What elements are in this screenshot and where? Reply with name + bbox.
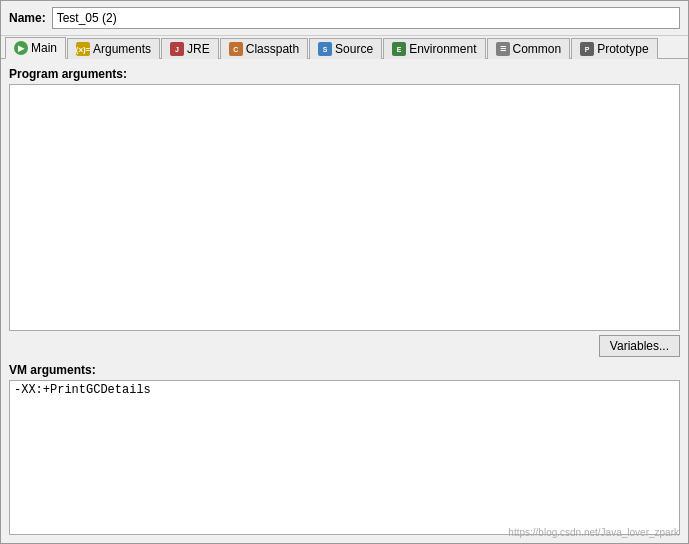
jre-icon: J xyxy=(170,42,184,56)
source-icon: S xyxy=(318,42,332,56)
tab-environment[interactable]: E Environment xyxy=(383,38,485,59)
tabs-row: ▶ Main (x)= Arguments J JRE C Classpath xyxy=(1,36,688,59)
common-icon: ☰ xyxy=(496,42,510,56)
name-label: Name: xyxy=(9,11,46,25)
program-args-section: Program arguments: Variables... xyxy=(9,67,680,357)
name-row: Name: xyxy=(1,1,688,36)
program-args-textarea[interactable] xyxy=(9,84,680,331)
tab-environment-label: Environment xyxy=(409,42,476,56)
variables-button[interactable]: Variables... xyxy=(599,335,680,357)
vm-args-textarea[interactable] xyxy=(9,380,680,535)
main-window: Name: ▶ Main (x)= Arguments J JRE xyxy=(0,0,689,544)
tab-source[interactable]: S Source xyxy=(309,38,382,59)
name-input[interactable] xyxy=(52,7,680,29)
tab-prototype-label: Prototype xyxy=(597,42,648,56)
prototype-icon: P xyxy=(580,42,594,56)
tab-classpath[interactable]: C Classpath xyxy=(220,38,308,59)
main-icon: ▶ xyxy=(14,41,28,55)
program-args-label: Program arguments: xyxy=(9,67,680,81)
variables-btn-row: Variables... xyxy=(9,335,680,357)
tab-main-label: Main xyxy=(31,41,57,55)
tab-classpath-label: Classpath xyxy=(246,42,299,56)
vm-args-section: VM arguments: xyxy=(9,363,680,535)
classpath-icon: C xyxy=(229,42,243,56)
vm-args-label: VM arguments: xyxy=(9,363,680,377)
arguments-icon: (x)= xyxy=(76,42,90,56)
tab-prototype[interactable]: P Prototype xyxy=(571,38,657,59)
tab-common-label: Common xyxy=(513,42,562,56)
tab-arguments[interactable]: (x)= Arguments xyxy=(67,38,160,59)
content-area: Program arguments: Variables... VM argum… xyxy=(1,59,688,543)
tab-jre[interactable]: J JRE xyxy=(161,38,219,59)
tab-common[interactable]: ☰ Common xyxy=(487,38,571,59)
tab-source-label: Source xyxy=(335,42,373,56)
tab-main[interactable]: ▶ Main xyxy=(5,37,66,59)
environment-icon: E xyxy=(392,42,406,56)
tab-arguments-label: Arguments xyxy=(93,42,151,56)
tab-jre-label: JRE xyxy=(187,42,210,56)
